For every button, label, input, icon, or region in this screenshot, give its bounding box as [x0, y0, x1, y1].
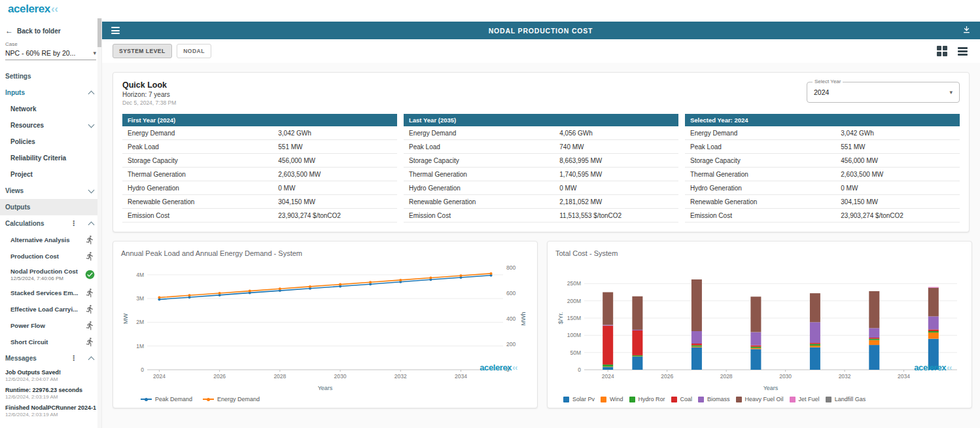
tab-system-level[interactable]: SYSTEM LEVEL — [113, 44, 172, 58]
row-label: Thermal Generation — [690, 171, 841, 178]
svg-text:200: 200 — [506, 341, 516, 348]
messages-list: Job Outputs Saved!12/6/2024, 2:04:07 AMR… — [0, 366, 101, 419]
message-item[interactable]: Job Outputs Saved!12/6/2024, 2:04:07 AM — [0, 366, 101, 384]
svg-text:Years: Years — [318, 385, 333, 391]
row-label: Energy Demand — [690, 130, 841, 137]
run-calculation-icon[interactable] — [85, 251, 95, 261]
svg-text:MWh: MWh — [520, 312, 527, 326]
legend-item-landfill-gas[interactable]: Landfill Gas — [826, 396, 866, 402]
legend-item-solar-pv[interactable]: Solar Pv — [563, 396, 595, 402]
chevron-up-icon — [88, 91, 95, 98]
grid-icon — [937, 46, 947, 56]
message-timestamp: 12/6/2024, 2:04:07 AM — [5, 376, 96, 382]
run-calculation-icon[interactable] — [85, 304, 95, 314]
calculation-label: Nodal Production Cost — [10, 268, 78, 275]
sidebar-item-label: Resources — [10, 122, 44, 129]
sidebar-item-network[interactable]: Network — [0, 101, 101, 117]
toolbar: SYSTEM LEVEL NODAL — [102, 39, 980, 63]
message-text: Job Outputs Saved! — [5, 369, 96, 376]
grid-view-button[interactable] — [935, 44, 949, 58]
logo-text: acelerex — [8, 3, 50, 15]
tab-nodal[interactable]: NODAL — [177, 44, 211, 58]
scrollbar-thumb[interactable] — [97, 18, 101, 47]
sidebar-item-label: Network — [10, 105, 36, 113]
svg-text:600: 600 — [506, 290, 516, 296]
legend-item-energy-demand[interactable]: Energy Demand — [203, 396, 260, 402]
sidebar-item-outputs[interactable]: Outputs — [0, 199, 101, 215]
sidebar-item-project[interactable]: Project — [0, 166, 101, 183]
sidebar-item-effective-load-carryi[interactable]: Effective Load Carryi... — [0, 301, 101, 317]
sidebar-item-power-flow[interactable]: Power Flow — [0, 317, 101, 334]
calculation-text: Production Cost — [10, 253, 59, 260]
back-to-folder[interactable]: ← Back to folder — [0, 21, 101, 39]
svg-text:2026: 2026 — [213, 373, 226, 380]
quick-look-tables: First Year (2024)Energy Demand3,042 GWhP… — [122, 114, 960, 223]
row-value: 304,150 MW — [841, 198, 954, 205]
sidebar-item-views[interactable]: Views — [0, 183, 101, 199]
more-options-icon[interactable]: ⋮ — [69, 220, 79, 227]
acelerex-logo[interactable]: acelerex‹‹ — [8, 3, 58, 16]
quick-look-table-2: Selected Year: 2024Energy Demand3,042 GW… — [685, 114, 960, 223]
hamburger-menu-icon[interactable] — [110, 26, 121, 35]
more-options-icon[interactable]: ⋮ — [69, 355, 79, 362]
svg-text:4M: 4M — [136, 272, 144, 278]
row-label: Hydro Generation — [128, 185, 278, 192]
legend-label: Wind — [610, 396, 623, 402]
legend-item-biomass[interactable]: Biomass — [698, 396, 730, 402]
bar-chart-title: Total Cost - System — [555, 249, 964, 257]
svg-text:0: 0 — [578, 366, 581, 373]
sidebar-item-settings[interactable]: Settings — [0, 68, 101, 84]
sidebar-item-policies[interactable]: Policies — [0, 134, 101, 150]
table-row: Storage Capacity456,000 MW — [122, 154, 397, 168]
sidebar-item-resources[interactable]: Resources — [0, 117, 101, 134]
success-check-icon[interactable] — [85, 270, 95, 279]
svg-text:1M: 1M — [136, 343, 144, 349]
sidebar-item-messages[interactable]: Messages ⋮ — [0, 350, 101, 366]
sidebar-item-short-circuit[interactable]: Short Circuit — [0, 334, 101, 350]
run-calculation-icon[interactable] — [85, 337, 95, 347]
sidebar-item-stacked-services-em[interactable]: Stacked Services Em... — [0, 285, 101, 301]
row-label: Storage Capacity — [409, 157, 559, 164]
calculation-text: Stacked Services Em... — [10, 289, 79, 296]
svg-text:2032: 2032 — [839, 373, 851, 380]
legend-swatch — [141, 399, 152, 400]
sidebar-item-alternative-analysis[interactable]: Alternative Analysis — [0, 232, 101, 248]
calculations-label: Calculations — [5, 220, 44, 227]
case-select[interactable]: Case NPC - 60% RE by 20... ▾ — [5, 41, 96, 60]
quick-look-table-1: Last Year (2035)Energy Demand4,056 GWhPe… — [404, 114, 678, 223]
legend-item-hydro-ror[interactable]: Hydro Ror — [629, 396, 665, 402]
sidebar-item-production-cost[interactable]: Production Cost — [0, 248, 101, 264]
sidebar-scrollbar[interactable] — [97, 18, 101, 428]
run-calculation-icon[interactable] — [85, 321, 95, 330]
legend-item-peak-demand[interactable]: Peak Demand — [141, 396, 192, 402]
svg-text:3M: 3M — [136, 295, 144, 302]
run-calculation-icon[interactable] — [85, 288, 95, 298]
download-button[interactable] — [960, 25, 972, 37]
line-chart[interactable]: 01M2M3M4M0200400600800202420262028203020… — [121, 261, 529, 392]
legend-item-jet-fuel[interactable]: Jet Fuel — [790, 396, 820, 402]
message-item[interactable]: Runtime: 22976.23 seconds12/6/2024, 2:03… — [0, 384, 101, 402]
legend-swatch — [601, 397, 606, 402]
legend-item-heavy-fuel-oil[interactable]: Heavy Fuel Oil — [736, 396, 784, 402]
quick-look-title: Quick Look — [122, 80, 176, 90]
row-label: Thermal Generation — [128, 171, 278, 178]
main-area: NODAL PRODUCTION COST SYSTEM LEVEL NODAL — [102, 18, 980, 428]
legend-item-coal[interactable]: Coal — [671, 396, 693, 402]
legend-item-wind[interactable]: Wind — [601, 396, 623, 402]
sidebar-item-inputs[interactable]: Inputs — [0, 84, 101, 101]
chevron-down-icon — [88, 121, 95, 128]
list-view-button[interactable] — [956, 44, 970, 58]
row-label: Energy Demand — [409, 130, 559, 137]
svg-text:0: 0 — [141, 366, 144, 373]
legend-swatch — [563, 397, 569, 402]
run-calculation-icon[interactable] — [85, 235, 95, 245]
select-year-dropdown[interactable]: Select Year 2024 ▾ — [807, 82, 960, 103]
bar-chart[interactable]: 050M100M150M200M250M20242026202820302032… — [555, 261, 964, 392]
sidebar-item-label: Project — [10, 171, 33, 178]
sidebar-item-nodal-production-cost[interactable]: Nodal Production Cost12/5/2024, 7:40:06 … — [0, 264, 101, 285]
back-arrow-icon: ← — [5, 27, 13, 35]
sidebar-item-reliability-criteria[interactable]: Reliability Criteria — [0, 150, 101, 166]
message-item[interactable]: Finished NodalPCRunner 2024-1...12/6/202… — [0, 402, 101, 419]
sidebar-item-calculations[interactable]: Calculations ⋮ — [0, 215, 101, 232]
row-label: Peak Load — [690, 143, 841, 151]
